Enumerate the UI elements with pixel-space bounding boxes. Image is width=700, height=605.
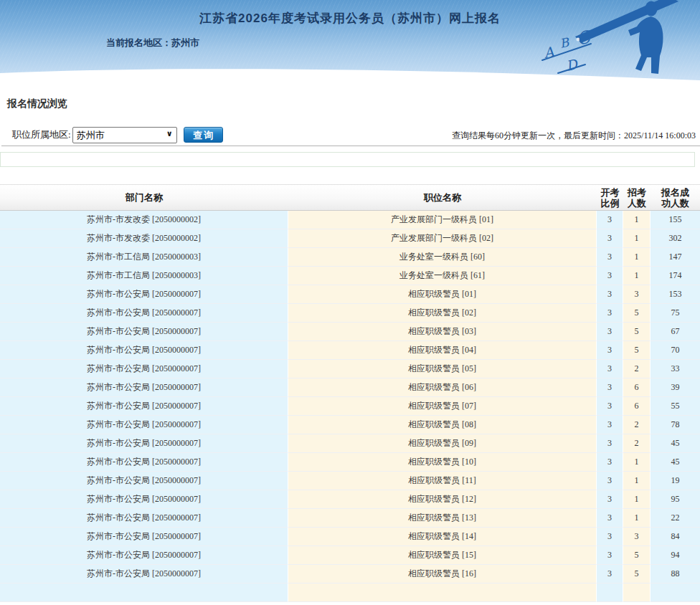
cell-position: 业务处室一级科员 [61] (288, 267, 597, 285)
cell-position: 相应职级警员 [14] (288, 528, 597, 546)
cell-department: 苏州市-市公安局 [2050000007] (0, 397, 288, 416)
cell-position: 相应职级警员 [01] (288, 285, 597, 304)
page-banner: A B C D 江苏省2026年度考试录用公务员（苏州市）网上报名 当前报名地区… (0, 0, 700, 82)
cell-department: 苏州市-市公安局 [2050000007] (0, 360, 288, 378)
cell-success-count: 95 (651, 490, 700, 509)
cell-position: 相应职级警员 [08] (288, 416, 597, 434)
cell-department: 苏州市-市公安局 [2050000007] (0, 323, 288, 341)
cell-recruit-count: 5 (623, 323, 651, 341)
cell-position (288, 583, 597, 602)
cell-department: 苏州市-市公安局 [2050000007] (0, 509, 288, 528)
table-row: 苏州市-市公安局 [2050000007]相应职级警员 [06]3639 (0, 378, 700, 397)
cell-position: 相应职级警员 [09] (288, 434, 597, 453)
table-row: 苏州市-市工信局 [2050000003]业务处室一级科员 [61]31174 (0, 267, 700, 285)
cell-recruit-count: 1 (623, 490, 651, 509)
table-row: 苏州市-市公安局 [2050000007]相应职级警员 [09]3245 (0, 434, 700, 453)
cell-exam-ratio: 3 (597, 378, 623, 397)
table-row: 苏州市-市公安局 [2050000007]相应职级警员 [05]3233 (0, 360, 700, 378)
cell-position: 相应职级警员 [15] (288, 546, 597, 565)
cell-department: 苏州市-市公安局 [2050000007] (0, 378, 288, 397)
cell-success-count: 70 (651, 341, 700, 360)
cell-success-count: 153 (651, 285, 700, 304)
cell-department: 苏州市-市工信局 [2050000003] (0, 248, 288, 267)
table-row: 苏州市-市公安局 [2050000007]相应职级警员 [04]3570 (0, 341, 700, 360)
cell-exam-ratio: 3 (597, 490, 623, 509)
cell-position: 相应职级警员 [12] (288, 490, 597, 509)
table-row: 苏州市-市公安局 [2050000007]相应职级警员 [12]3195 (0, 490, 700, 509)
cell-position: 相应职级警员 [05] (288, 360, 597, 378)
cell-recruit-count: 2 (623, 434, 651, 453)
cell-department: 苏州市-市发改委 [2050000002] (0, 229, 288, 248)
cell-department: 苏州市-市公安局 [2050000007] (0, 285, 288, 304)
cell-exam-ratio: 3 (597, 304, 623, 323)
cell-department: 苏州市-市公安局 [2050000007] (0, 453, 288, 472)
page-title: 江苏省2026年度考试录用公务员（苏州市）网上报名 (0, 10, 700, 27)
section-title: 报名情况浏览 (7, 97, 67, 110)
table-header: 部门名称 职位名称 开考 比例 招考 人数 报名成 功人数 (0, 184, 700, 211)
cell-position: 相应职级警员 [04] (288, 341, 597, 360)
table-row (0, 583, 700, 602)
cell-exam-ratio: 3 (597, 360, 623, 378)
cell-exam-ratio (597, 583, 623, 602)
header-department: 部门名称 (0, 184, 288, 211)
cell-exam-ratio: 3 (597, 229, 623, 248)
cell-success-count: 302 (651, 229, 700, 248)
cell-department: 苏州市-市公安局 [2050000007] (0, 528, 288, 546)
cell-exam-ratio: 3 (597, 528, 623, 546)
cell-success-count: 155 (651, 211, 700, 229)
cell-position: 相应职级警员 [11] (288, 472, 597, 490)
cell-exam-ratio: 3 (597, 397, 623, 416)
header-recruit-count: 招考 人数 (623, 184, 651, 211)
cell-success-count (651, 583, 700, 602)
cell-department: 苏州市-市公安局 [2050000007] (0, 341, 288, 360)
header-position: 职位名称 (288, 184, 597, 211)
cell-success-count: 39 (651, 378, 700, 397)
cell-recruit-count: 1 (623, 453, 651, 472)
cell-success-count: 88 (651, 565, 700, 583)
cell-department: 苏州市-市发改委 [2050000002] (0, 211, 288, 229)
cell-success-count: 75 (651, 304, 700, 323)
search-button[interactable]: 查询 (184, 127, 223, 143)
cell-position: 产业发展部门一级科员 [01] (288, 211, 597, 229)
cell-recruit-count: 6 (623, 378, 651, 397)
cell-position: 相应职级警员 [02] (288, 304, 597, 323)
region-filter-label: 职位所属地区: (12, 128, 71, 141)
cell-recruit-count: 1 (623, 509, 651, 528)
cell-department (0, 583, 288, 602)
cell-recruit-count: 5 (623, 546, 651, 565)
table-row: 苏州市-市公安局 [2050000007]相应职级警员 [07]3655 (0, 397, 700, 416)
cell-exam-ratio: 3 (597, 453, 623, 472)
cell-exam-ratio: 3 (597, 416, 623, 434)
cell-success-count: 67 (651, 323, 700, 341)
empty-message-box (0, 152, 695, 167)
table-row: 苏州市-市公安局 [2050000007]相应职级警员 [11]3119 (0, 472, 700, 490)
cell-recruit-count: 5 (623, 304, 651, 323)
table-row: 苏州市-市发改委 [2050000002]产业发展部门一级科员 [01]3115… (0, 211, 700, 229)
cell-recruit-count: 1 (623, 229, 651, 248)
current-region-label: 当前报名地区：苏州市 (106, 37, 199, 49)
cell-position: 相应职级警员 [10] (288, 453, 597, 472)
cell-exam-ratio: 3 (597, 472, 623, 490)
letter-b: B (559, 34, 572, 50)
cell-recruit-count: 6 (623, 397, 651, 416)
region-select[interactable]: 苏州市 (72, 127, 177, 143)
cell-recruit-count: 2 (623, 360, 651, 378)
registration-table: 部门名称 职位名称 开考 比例 招考 人数 报名成 功人数 苏州市-市发改委 [… (0, 184, 700, 602)
table-row: 苏州市-市公安局 [2050000007]相应职级警员 [02]3575 (0, 304, 700, 323)
cell-position: 相应职级警员 [16] (288, 565, 597, 583)
cell-position: 相应职级警员 [13] (288, 509, 597, 528)
cell-exam-ratio: 3 (597, 285, 623, 304)
table-row: 苏州市-市公安局 [2050000007]相应职级警员 [14]3384 (0, 528, 700, 546)
update-time-note: 查询结果每60分钟更新一次，最后更新时间：2025/11/14 16:00:03 (452, 130, 696, 142)
cell-recruit-count: 1 (623, 472, 651, 490)
cell-department: 苏州市-市公安局 [2050000007] (0, 472, 288, 490)
cell-recruit-count: 1 (623, 248, 651, 267)
table-row: 苏州市-市公安局 [2050000007]相应职级警员 [10]3145 (0, 453, 700, 472)
table-row: 苏州市-市公安局 [2050000007]相应职级警员 [08]3278 (0, 416, 700, 434)
cell-position: 业务处室一级科员 [60] (288, 248, 597, 267)
cell-success-count: 94 (651, 546, 700, 565)
table-row: 苏州市-市公安局 [2050000007]相应职级警员 [15]3594 (0, 546, 700, 565)
cell-recruit-count: 3 (623, 528, 651, 546)
cell-position: 相应职级警员 [07] (288, 397, 597, 416)
cell-position: 相应职级警员 [06] (288, 378, 597, 397)
